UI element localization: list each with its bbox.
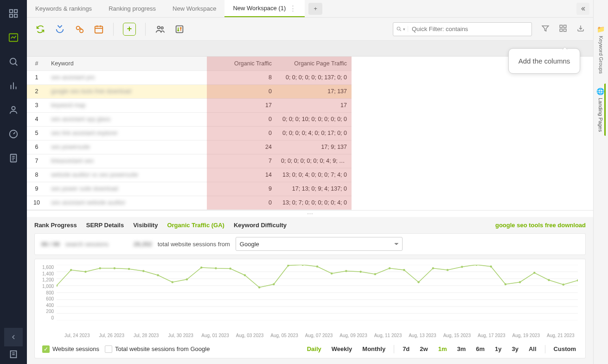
cell-organic-traffic: 7 — [207, 154, 276, 168]
panel-landing-pages[interactable]: 🌐 Landing Pages — [596, 83, 606, 136]
refresh-green-icon[interactable] — [35, 24, 45, 34]
table-row[interactable]: 4seo assistant spy glass00; 0; 0; 10; 0;… — [27, 112, 352, 126]
range-btn-7d[interactable]: 7d — [401, 345, 411, 353]
panel-keyword-groups[interactable]: 📁 Keyword Groups — [596, 21, 605, 78]
dtab-visibility[interactable]: Visibility — [133, 222, 158, 229]
table-row[interactable]: 7linkassistant seo70; 0; 0; 0; 0; 0; 0; … — [27, 154, 352, 168]
toolbar: + ▾ — [27, 18, 593, 41]
svg-point-58 — [258, 287, 260, 288]
svg-point-63 — [331, 273, 333, 275]
report-icon[interactable] — [8, 153, 19, 163]
analytics-icon[interactable] — [8, 32, 19, 43]
svg-point-71 — [447, 269, 448, 271]
panel-resize-handle[interactable]: ⋯ — [27, 211, 593, 217]
quick-filter[interactable]: ▾ — [393, 22, 532, 36]
svg-point-48 — [114, 267, 115, 269]
bar-chart-icon[interactable] — [8, 81, 19, 91]
table-row[interactable]: 8website auditor vs seo powersuite1413; … — [27, 168, 352, 182]
cell-keyword: seo powersuite — [46, 140, 207, 154]
download-icon[interactable] — [576, 24, 585, 34]
checkbox-on-icon[interactable] — [42, 345, 50, 353]
search-icon[interactable] — [8, 57, 19, 67]
cell-organic-traffic: 14 — [207, 168, 276, 182]
range-btn-2w[interactable]: 2w — [418, 345, 429, 353]
checkbox-off-icon[interactable] — [105, 345, 112, 353]
dtab-rank-progress[interactable]: Rank Progress — [34, 222, 77, 229]
svg-point-54 — [200, 267, 202, 268]
svg-point-47 — [99, 267, 101, 269]
right-sidebar: 📁 Keyword Groups 🌐 Landing Pages — [593, 0, 608, 364]
quick-filter-search-icon[interactable]: ▾ — [393, 26, 408, 32]
header-organic-traffic[interactable]: Organic Traffic — [207, 57, 276, 70]
table-row[interactable]: 6seo powersuite2417; 9; 137 — [27, 140, 352, 154]
range-btn-weekly[interactable]: Weekly — [330, 345, 354, 353]
columns-icon[interactable] — [559, 24, 567, 34]
table-row[interactable]: 3keyword map1717 — [27, 98, 352, 112]
cell-number: 7 — [27, 154, 46, 168]
filter-icon[interactable] — [541, 24, 550, 34]
source-select[interactable]: Google — [236, 237, 403, 251]
tab-label: New Workspace (1) — [233, 5, 286, 12]
cell-keyword: website auditor vs seo powersuite — [46, 168, 207, 182]
dtab-serp-details[interactable]: SERP Details — [86, 222, 124, 229]
panel-label: Landing Pages — [598, 98, 603, 132]
range-btn-1m[interactable]: 1m — [436, 345, 449, 353]
chart-x-axis: Jul, 24 2023Jul, 26 2023Jul, 28 2023Jul,… — [42, 333, 578, 338]
tab-ranking-progress[interactable]: Ranking progress — [100, 0, 164, 17]
add-button[interactable]: + — [123, 23, 136, 36]
svg-point-19 — [77, 26, 80, 29]
tab-new-workspace-1[interactable]: New Workspace (1) ⋮ — [224, 0, 305, 17]
gauge-icon[interactable] — [8, 129, 19, 139]
svg-point-45 — [70, 269, 72, 271]
header-number[interactable]: # — [27, 57, 46, 70]
svg-point-79 — [563, 284, 564, 286]
range-btn-daily[interactable]: Daily — [305, 345, 323, 353]
tab-keywords-rankings[interactable]: Keywords & rankings — [27, 0, 100, 17]
add-tab-button[interactable]: + — [308, 3, 322, 15]
range-btn-all[interactable]: All — [527, 345, 538, 353]
cell-organic-page-traffic: 17; 137 — [276, 84, 352, 98]
table-row[interactable]: 2google seo tools free download017; 137 — [27, 84, 352, 98]
range-btn-custom[interactable]: Custom — [552, 345, 578, 353]
refresh-orange-icon[interactable] — [74, 24, 84, 34]
dtab-organic-traffic[interactable]: Organic Traffic (GA) — [167, 222, 224, 229]
svg-rect-0 — [10, 10, 13, 13]
collapse-right-panel-button[interactable] — [576, 3, 589, 15]
cell-organic-page-traffic: 0; 0; 0; 0; 0; 0; 137; 0; 0 — [276, 70, 352, 84]
svg-point-73 — [475, 265, 477, 266]
cell-organic-traffic: 0 — [207, 84, 276, 98]
toolbar-divider — [145, 23, 146, 36]
svg-rect-1 — [14, 10, 17, 13]
svg-point-50 — [142, 270, 144, 272]
range-btn-1y[interactable]: 1y — [493, 345, 503, 353]
table-row[interactable]: 5seo link assistant explorer00; 0; 0; 0;… — [27, 126, 352, 140]
header-keyword[interactable]: Keyword — [46, 57, 207, 70]
calendar-icon[interactable] — [94, 24, 104, 34]
people-icon[interactable] — [155, 24, 165, 34]
svg-point-69 — [417, 281, 419, 283]
tab-new-workspace[interactable]: New Workspace — [164, 0, 224, 17]
quick-filter-input[interactable] — [408, 26, 531, 32]
table-row[interactable]: 10seo assistant website auditor013; 0; 7… — [27, 196, 352, 210]
selected-keyword-label: google seo tools free download — [495, 222, 586, 229]
refresh-blue-icon[interactable] — [55, 24, 65, 34]
table-row[interactable]: 1seo assistant pro80; 0; 0; 0; 0; 0; 137… — [27, 70, 352, 84]
svg-point-28 — [397, 27, 400, 30]
legend-total-sessions[interactable]: Total website sessions from Google — [105, 345, 210, 353]
range-btn-monthly[interactable]: Monthly — [360, 345, 387, 353]
sort-icon[interactable] — [174, 24, 185, 34]
range-btn-3m[interactable]: 3m — [455, 345, 467, 353]
range-btn-3y[interactable]: 3y — [510, 345, 520, 353]
collapse-left-nav[interactable] — [4, 328, 23, 346]
legend-website-sessions[interactable]: Website sessions — [42, 345, 99, 353]
dtab-keyword-difficulty[interactable]: Keyword Difficulty — [234, 222, 287, 229]
range-btn-6m[interactable]: 6m — [474, 345, 486, 353]
left-nav-bottom — [0, 328, 27, 359]
table-row[interactable]: 9seo power suite download917; 13; 0; 9; … — [27, 182, 352, 196]
header-organic-page-traffic[interactable]: Organic Page Traffic — [276, 57, 352, 70]
apps-icon[interactable] — [8, 8, 19, 19]
user-icon[interactable] — [8, 105, 19, 115]
tab-menu-icon[interactable]: ⋮ — [289, 4, 296, 13]
cell-organic-traffic: 8 — [207, 70, 276, 84]
notes-icon[interactable] — [8, 349, 19, 359]
